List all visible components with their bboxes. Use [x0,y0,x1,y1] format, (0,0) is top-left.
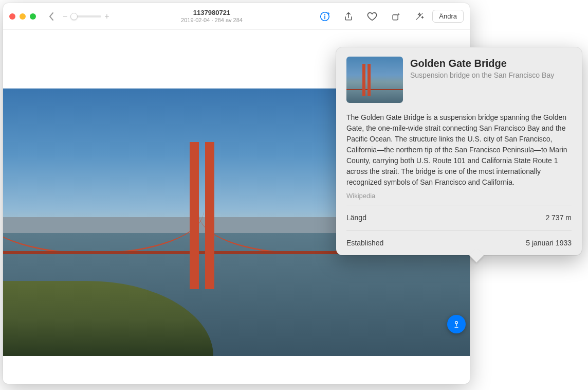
toolbar-actions [318,10,426,23]
title-block: 1137980721 2019-02-04 · 284 av 284 [114,9,310,24]
photo-title: 1137980721 [114,9,310,17]
popover-source[interactable]: Wikipedia [346,192,572,200]
location-pin-icon [452,320,461,329]
popover-subtitle: Suspension bridge on the San Francisco B… [410,70,572,80]
fact-value: 5 januari 1933 [526,239,572,247]
zoom-track[interactable] [70,15,101,17]
share-button[interactable] [342,10,355,23]
fact-label: Längd [346,214,366,222]
svg-rect-2 [393,14,398,20]
popover-title: Golden Gate Bridge [410,58,572,69]
fact-value: 2 737 m [545,214,572,222]
fact-row: Längd 2 737 m [346,205,572,230]
popover-description: The Golden Gate Bridge is a suspension b… [346,112,572,188]
zoom-in-icon: + [104,12,109,21]
favorite-button[interactable] [365,10,379,23]
close-window-button[interactable] [9,13,15,20]
zoom-slider[interactable]: − + [63,12,109,21]
rotate-button[interactable] [389,10,402,23]
minimize-window-button[interactable] [20,13,26,20]
popover-thumbnail [346,57,403,103]
info-button[interactable] [318,10,332,23]
info-popover: Golden Gate Bridge Suspension bridge on … [336,47,582,255]
enhance-button[interactable] [413,10,426,23]
photo-subtitle: 2019-02-04 · 284 av 284 [114,17,310,24]
location-badge[interactable] [447,315,466,333]
back-button[interactable] [45,9,58,24]
fullscreen-window-button[interactable] [30,13,36,20]
zoom-thumb[interactable] [70,13,78,20]
edit-button[interactable]: Ändra [432,10,464,23]
photo-counter: 284 av 284 [215,17,243,23]
svg-point-1 [324,14,325,15]
zoom-out-icon: − [63,12,67,21]
fact-label: Established [346,239,383,247]
photo-date: 2019-02-04 [181,17,210,23]
window-controls [9,13,36,20]
fact-row: Established 5 januari 1933 [346,230,572,255]
toolbar: − + 1137980721 2019-02-04 · 284 av 284 [3,3,470,30]
